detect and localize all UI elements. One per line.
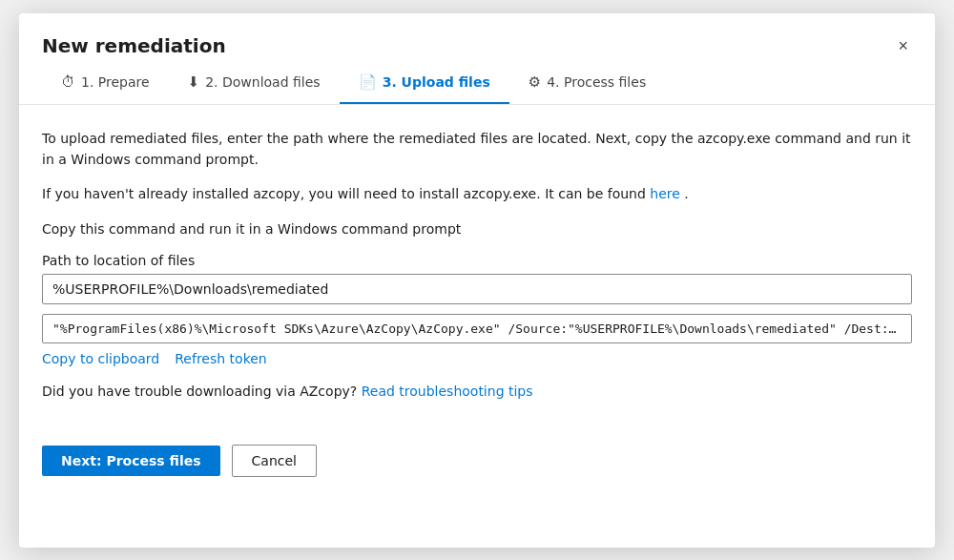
refresh-token-button[interactable]: Refresh token xyxy=(175,351,266,366)
prepare-icon: ⏱ xyxy=(61,73,75,91)
path-label: Path to location of files xyxy=(42,253,912,268)
new-remediation-dialog: New remediation × ⏱ 1. Prepare ⬇ 2. Down… xyxy=(19,13,935,548)
tab-download[interactable]: ⬇ 2. Download files xyxy=(169,60,340,104)
description-3: Copy this command and run it in a Window… xyxy=(42,218,912,239)
troubleshoot-prefix: Did you have trouble downloading via AZc… xyxy=(42,384,362,399)
process-icon: ⚙ xyxy=(529,73,541,91)
next-button[interactable]: Next: Process files xyxy=(42,446,220,476)
tab-upload-label: 3. Upload files xyxy=(383,74,490,90)
tab-prepare[interactable]: ⏱ 1. Prepare xyxy=(42,60,169,104)
command-display: "%ProgramFiles(x86)%\Microsoft SDKs\Azur… xyxy=(42,314,912,343)
tab-process-label: 4. Process files xyxy=(547,74,646,90)
tab-upload[interactable]: 📄 3. Upload files xyxy=(340,60,509,104)
dialog-footer: Next: Process files Cancel xyxy=(19,445,935,500)
copy-to-clipboard-button[interactable]: Copy to clipboard xyxy=(42,351,159,366)
path-input[interactable] xyxy=(42,274,912,304)
dialog-title: New remediation xyxy=(42,34,226,57)
tab-prepare-label: 1. Prepare xyxy=(81,74,150,90)
dialog-content: To upload remediated files, enter the pa… xyxy=(19,105,935,446)
upload-icon: 📄 xyxy=(359,73,377,91)
download-icon: ⬇ xyxy=(188,73,200,91)
tab-download-label: 2. Download files xyxy=(205,74,320,90)
desc2-prefix: If you haven't already installed azcopy,… xyxy=(42,186,650,201)
desc2-suffix: . xyxy=(684,186,688,201)
description-2: If you haven't already installed azcopy,… xyxy=(42,183,912,204)
close-button[interactable]: × xyxy=(894,32,912,60)
action-links: Copy to clipboard Refresh token xyxy=(42,351,912,366)
tabs-container: ⏱ 1. Prepare ⬇ 2. Download files 📄 3. Up… xyxy=(19,60,935,105)
cancel-button[interactable]: Cancel xyxy=(232,445,317,477)
dialog-header: New remediation × xyxy=(19,13,935,60)
troubleshoot-row: Did you have trouble downloading via AZc… xyxy=(42,384,912,399)
troubleshoot-link[interactable]: Read troubleshooting tips xyxy=(362,384,533,399)
azcopy-link[interactable]: here xyxy=(650,186,680,201)
description-1: To upload remediated files, enter the pa… xyxy=(42,128,912,171)
tab-process[interactable]: ⚙ 4. Process files xyxy=(509,60,665,104)
